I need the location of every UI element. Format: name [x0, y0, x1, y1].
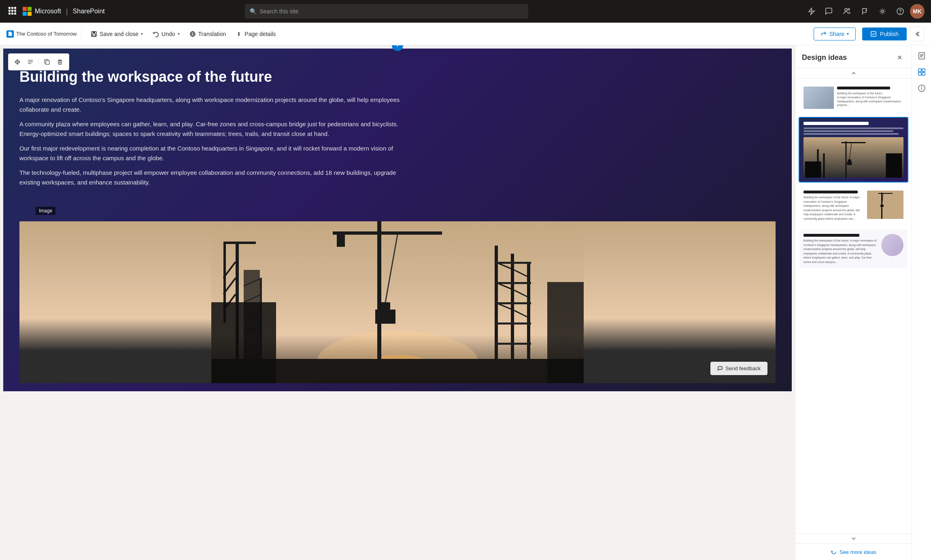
svg-rect-1 [11, 7, 13, 9]
page-name: The Contoso of Tomorrow [16, 31, 77, 37]
tpl2-image [803, 137, 903, 178]
duplicate-button[interactable] [41, 56, 53, 68]
waffle-menu[interactable] [6, 5, 18, 18]
svg-rect-44 [333, 231, 365, 235]
microsoft-logo[interactable]: Microsoft | SharePoint [23, 7, 105, 16]
tpl1-image [803, 87, 834, 109]
design-panel-header: Design ideas ✕ [795, 45, 912, 68]
svg-rect-75 [886, 153, 902, 178]
svg-rect-86 [922, 69, 925, 72]
publish-button[interactable]: Publish [862, 28, 907, 40]
design-template-3[interactable]: Building the workspace of the future. A … [799, 186, 908, 226]
svg-rect-30 [223, 242, 256, 244]
svg-rect-3 [9, 10, 11, 12]
side-rail-design-btn[interactable] [914, 65, 929, 79]
undo-caret[interactable]: ▾ [178, 32, 180, 36]
user-avatar[interactable]: MK [910, 4, 925, 19]
chat-icon-btn[interactable] [821, 3, 837, 19]
hero-section: Building the workspace of the future A m… [3, 49, 792, 391]
svg-rect-48 [375, 310, 395, 324]
edit-settings-button[interactable] [25, 56, 36, 68]
page-details-button[interactable]: Page details [232, 28, 280, 40]
editor-area[interactable]: + [0, 45, 795, 560]
svg-point-11 [881, 11, 883, 13]
hero-body: A major renovation of Contoso's Singapor… [19, 95, 408, 187]
save-close-button[interactable]: Save and close ▾ [87, 28, 147, 40]
undo-icon [153, 31, 159, 37]
scroll-up-arrow[interactable] [795, 68, 912, 78]
settings-icon-btn[interactable] [874, 3, 891, 19]
svg-point-10 [848, 8, 850, 10]
delete-button[interactable] [54, 56, 66, 68]
svg-rect-58 [495, 262, 531, 264]
page-info: 📄 The Contoso of Tomorrow [6, 30, 77, 38]
flag-icon-btn[interactable] [857, 3, 873, 19]
svg-rect-74 [805, 161, 821, 178]
design-template-4[interactable]: Building the workspace of the future. A … [799, 229, 908, 269]
tpl2-line1 [803, 127, 903, 129]
svg-rect-8 [14, 13, 16, 15]
svg-point-18 [238, 34, 239, 34]
people-icon-btn[interactable] [839, 3, 855, 19]
svg-point-91 [921, 87, 922, 87]
design-panel-title: Design ideas [802, 53, 847, 62]
svg-rect-87 [918, 72, 921, 75]
svg-rect-7 [11, 13, 13, 15]
toolbar-separator-1 [81, 28, 82, 40]
svg-rect-60 [495, 302, 531, 304]
svg-rect-43 [361, 231, 442, 235]
design-template-1[interactable]: Building the workspace of the futureA ma… [799, 82, 908, 114]
move-button[interactable] [12, 56, 23, 68]
tpl3-body-text: Building the workspace of the future. A … [803, 195, 864, 221]
side-rail-info-btn[interactable] [914, 81, 929, 95]
translation-icon [189, 31, 196, 37]
nav-actions: MK [803, 3, 925, 19]
page-details-icon [236, 31, 242, 37]
collapse-panel-button[interactable] [910, 27, 925, 41]
undo-button[interactable]: Undo ▾ [149, 28, 183, 40]
svg-rect-59 [495, 282, 531, 284]
share-button[interactable]: Share ▾ [814, 28, 856, 40]
page-type-icon: 📄 [6, 30, 14, 38]
svg-rect-85 [918, 69, 921, 72]
svg-point-9 [845, 8, 847, 11]
svg-rect-65 [547, 282, 584, 383]
svg-rect-15 [93, 32, 95, 33]
hero-content: Building the workspace of the future A m… [3, 49, 792, 200]
publish-icon [870, 31, 877, 37]
svg-rect-45 [337, 235, 345, 247]
send-feedback-button[interactable]: Send feedback [710, 362, 767, 375]
svg-rect-23 [58, 61, 62, 64]
search-box[interactable]: 🔍 [245, 4, 528, 19]
save-close-caret[interactable]: ▾ [141, 32, 143, 36]
side-rail-pages-btn[interactable] [914, 49, 929, 63]
tpl4-circle-image [881, 234, 903, 256]
tpl3-title-line [803, 191, 858, 193]
svg-point-13 [900, 13, 900, 13]
design-template-2[interactable] [799, 117, 908, 182]
svg-rect-64 [211, 302, 276, 383]
svg-point-19 [238, 32, 239, 33]
add-section-bar: + [0, 45, 795, 49]
svg-rect-78 [878, 193, 893, 194]
lightning-icon-btn[interactable] [803, 3, 819, 19]
main-layout: + [0, 45, 931, 560]
translation-button[interactable]: Translation [185, 28, 230, 40]
search-icon: 🔍 [250, 8, 257, 15]
svg-rect-62 [495, 343, 531, 345]
scroll-down-arrow[interactable] [795, 533, 912, 543]
share-icon [820, 31, 827, 37]
svg-rect-73 [823, 153, 825, 178]
see-more-ideas-button[interactable]: See more ideas [795, 543, 912, 560]
toolbar: 📄 The Contoso of Tomorrow Save and close… [0, 23, 931, 45]
tpl4-body-text: Building the workspace of the future. A … [803, 239, 878, 264]
search-input[interactable] [260, 8, 523, 15]
refresh-icon [831, 549, 837, 555]
tpl2-title-line [803, 122, 869, 125]
close-panel-button[interactable]: ✕ [894, 52, 905, 63]
share-caret[interactable]: ▾ [847, 32, 849, 36]
ft-separator [38, 58, 39, 66]
help-icon-btn[interactable] [892, 3, 908, 19]
hero-image[interactable]: Send feedback [19, 221, 776, 383]
svg-rect-5 [14, 10, 16, 12]
